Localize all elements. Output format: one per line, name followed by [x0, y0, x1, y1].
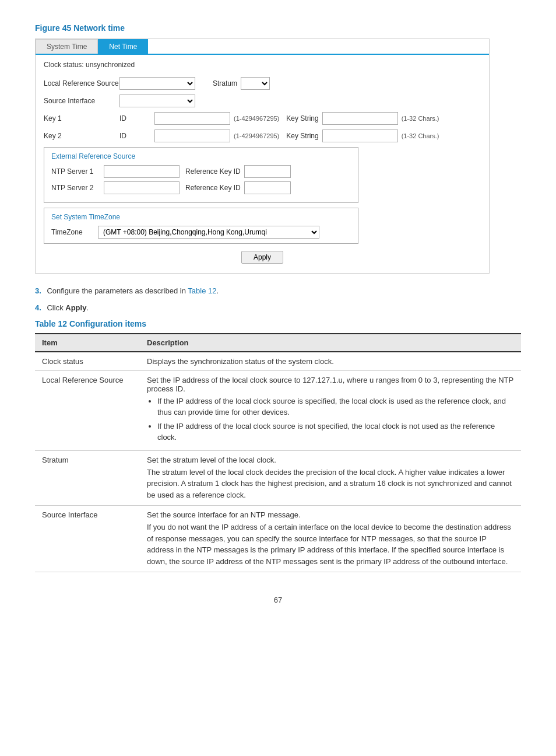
table-title: Table 12 Configuration items — [35, 319, 521, 328]
key2-key-string-label: Key String — [286, 132, 318, 140]
table-cell-bullet: The stratum level of the local clock dec… — [147, 467, 514, 501]
ntp-server1-label: NTP Server 1 — [51, 167, 104, 176]
bullet-list: If the IP address of the local clock sou… — [147, 396, 514, 443]
step4-num: 4. — [35, 303, 41, 312]
table-row: Local Reference SourceSet the IP address… — [35, 370, 521, 450]
step3-text: 3. Configure the parameters as described… — [35, 285, 521, 298]
ntp-server2-ref-key-input[interactable] — [244, 181, 291, 194]
apply-btn-row: Apply — [44, 251, 481, 264]
clock-status-text: Clock status: unsynchronized — [44, 61, 481, 69]
step3-body: Configure the parameters as described in — [47, 286, 188, 295]
step4-text: 4. Click Apply. — [35, 302, 521, 314]
key2-id-label: ID — [119, 132, 154, 140]
table-cell-description: Set the IP address of the local clock so… — [140, 370, 521, 450]
ntp-server2-ref-key-label: Reference Key ID — [185, 184, 241, 192]
list-item: If the IP address of the local clock sou… — [157, 421, 514, 443]
table-cell-description: Set the stratum level of the local clock… — [140, 450, 521, 506]
step4-apply: Apply — [65, 303, 86, 312]
page-number: 67 — [35, 596, 521, 604]
tab-system-time[interactable]: System Time — [36, 39, 98, 54]
key2-label: Key 2 — [44, 132, 119, 140]
key1-id-input[interactable] — [154, 112, 230, 125]
local-ref-select[interactable] — [119, 77, 195, 90]
key1-hint: (1-4294967295) — [234, 115, 279, 122]
table-row: StratumSet the stratum level of the loca… — [35, 450, 521, 506]
timezone-box: Set System TimeZone TimeZone (GMT +08:00… — [44, 208, 358, 244]
timezone-row: TimeZone (GMT +08:00) Beijing,Chongqing,… — [51, 226, 351, 239]
key1-chars-hint: (1-32 Chars.) — [402, 115, 439, 122]
ntp-server1-input[interactable] — [104, 165, 180, 178]
key2-string-input[interactable] — [322, 130, 398, 142]
ntp-server1-ref-key-label: Reference Key ID — [185, 167, 241, 176]
key1-key-string-label: Key String — [286, 114, 318, 123]
ntp-server1-row: NTP Server 1 Reference Key ID — [51, 165, 351, 178]
ntp-server1-ref-key-input[interactable] — [244, 165, 291, 178]
key2-chars-hint: (1-32 Chars.) — [402, 132, 439, 139]
table-cell-description: Set the source interface for an NTP mess… — [140, 506, 521, 572]
stratum-label: Stratum — [213, 79, 237, 88]
config-table: Item Description Clock statusDisplays th… — [35, 333, 521, 573]
local-ref-label: Local Reference Source — [44, 79, 119, 88]
list-item: If the IP address of the local clock sou… — [157, 396, 514, 418]
ntp-server2-label: NTP Server 2 — [51, 184, 104, 192]
table-cell-item: Stratum — [35, 450, 140, 506]
table12-link[interactable]: Table 12 — [188, 286, 216, 295]
table-row: Source InterfaceSet the source interface… — [35, 506, 521, 572]
stratum-select[interactable] — [241, 77, 270, 90]
external-ref-source-box: External Reference Source NTP Server 1 R… — [44, 147, 358, 203]
external-ref-legend: External Reference Source — [51, 152, 351, 160]
table-row: Clock statusDisplays the synchronization… — [35, 352, 521, 371]
source-interface-row: Source Interface — [44, 94, 481, 107]
ui-panel: System Time Net Time Clock status: unsyn… — [35, 38, 490, 274]
key2-hint: (1-4294967295) — [234, 132, 279, 139]
table-cell-item: Clock status — [35, 352, 140, 371]
panel-body: Clock status: unsynchronized Local Refer… — [36, 55, 489, 273]
key2-row: Key 2 ID (1-4294967295) Key String (1-32… — [44, 130, 481, 142]
table-cell-item: Local Reference Source — [35, 370, 140, 450]
key1-row: Key 1 ID (1-4294967295) Key String (1-32… — [44, 112, 481, 125]
timezone-label: TimeZone — [51, 228, 98, 236]
table-header-row: Item Description — [35, 334, 521, 352]
ntp-server2-input[interactable] — [104, 181, 180, 194]
table-cell-item: Source Interface — [35, 506, 140, 572]
step4-end: . — [86, 303, 89, 312]
tab-bar: System Time Net Time — [36, 39, 489, 55]
timezone-select[interactable]: (GMT +08:00) Beijing,Chongqing,Hong Kong… — [98, 226, 319, 239]
key1-label: Key 1 — [44, 114, 119, 123]
source-interface-select[interactable] — [119, 94, 195, 107]
step3-num: 3. — [35, 286, 41, 295]
table-cell-description: Displays the synchronization status of t… — [140, 352, 521, 371]
col-description: Description — [140, 334, 521, 352]
key1-string-input[interactable] — [322, 112, 398, 125]
step3-end: . — [216, 286, 219, 295]
step4-body: Click — [47, 303, 65, 312]
source-interface-label: Source Interface — [44, 97, 119, 105]
timezone-legend: Set System TimeZone — [51, 213, 351, 221]
key1-id-label: ID — [119, 114, 154, 123]
ntp-server2-row: NTP Server 2 Reference Key ID — [51, 181, 351, 194]
tab-net-time[interactable]: Net Time — [98, 39, 148, 54]
apply-button[interactable]: Apply — [241, 251, 283, 264]
table-cell-bullet: If you do not want the IP address of a c… — [147, 522, 514, 567]
col-item: Item — [35, 334, 140, 352]
local-ref-source-row: Local Reference Source Stratum — [44, 77, 481, 90]
figure-title: Figure 45 Network time — [35, 23, 521, 33]
key2-id-input[interactable] — [154, 130, 230, 142]
